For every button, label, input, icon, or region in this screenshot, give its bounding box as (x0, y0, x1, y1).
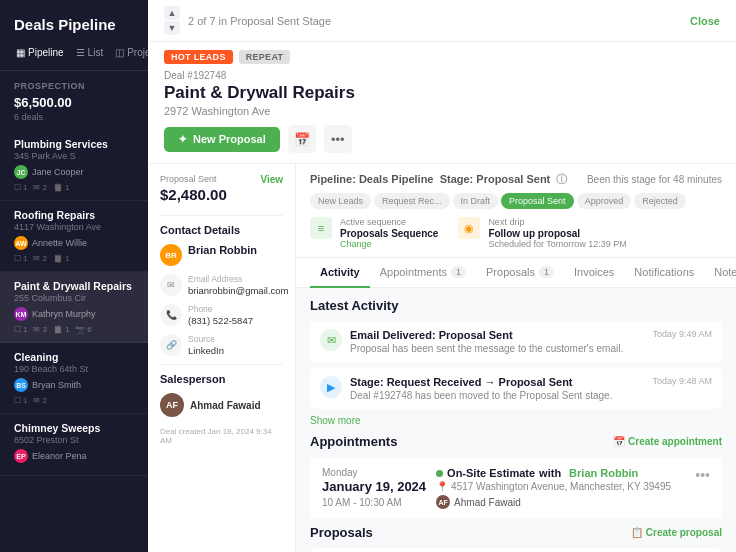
tab-activity[interactable]: Activity (310, 258, 370, 288)
email-value: brianrobbin@gmail.com (188, 285, 288, 296)
person-name: Jane Cooper (32, 167, 84, 177)
tab-pipeline[interactable]: ▦ Pipeline (10, 43, 70, 62)
tab-notifications[interactable]: Notifications (624, 258, 704, 288)
appt-addr-text: 4517 Washington Avenue, Manchester, KY 3… (451, 481, 671, 492)
deal-title: Paint & Drywall Repairs (14, 280, 134, 292)
arrow-down-btn[interactable]: ▼ (164, 21, 180, 35)
source-value: LinkedIn (188, 345, 224, 356)
deal-item-roofing[interactable]: Roofing Repairs 4117 Washington Ave AW A… (0, 201, 148, 272)
stage-duration: Been this stage for 48 minutes (587, 174, 722, 185)
contact-email-item: ✉ Email Address brianrobbin@gmail.com (160, 274, 283, 296)
sequence-change-btn[interactable]: Change (340, 239, 438, 249)
arrow-up-btn[interactable]: ▲ (164, 6, 180, 20)
contact-name: Brian Robbin (188, 244, 257, 256)
show-more-btn[interactable]: Show more (310, 415, 722, 426)
email-label: Email Address (188, 274, 288, 284)
location-icon: 📍 (436, 481, 448, 492)
deal-header: HOT LEADS REPEAT Deal #192748 Paint & Dr… (148, 42, 736, 164)
list-icon: ☰ (76, 47, 85, 58)
tab-notes[interactable]: Notes (704, 258, 736, 288)
pipeline-stage: Stage: Proposal Sent (440, 173, 551, 185)
deal-number: Deal #192748 (164, 70, 720, 81)
drip-label: Next drip (488, 217, 626, 227)
phone-icon: 📞 (160, 304, 182, 326)
drip-icon: ◉ (458, 217, 480, 239)
deal-address: 190 Beach 64th St (14, 364, 134, 374)
view-proposal-link[interactable]: View (260, 174, 283, 185)
deal-chip: ☐1 (14, 254, 27, 263)
contact-source-item: 🔗 Source LinkedIn (160, 334, 283, 356)
activity-time: Today 9:49 AM (652, 329, 712, 339)
activity-item-stage: ▶ Stage: Request Received → Proposal Sen… (310, 368, 722, 409)
person-name: Kathryn Murphy (32, 309, 96, 319)
stage-in-draft[interactable]: In Draft (453, 193, 499, 209)
close-button[interactable]: Close (690, 15, 720, 27)
nav-arrows: ▲ ▼ (164, 6, 180, 35)
stage-proposal-sent[interactable]: Proposal Sent (501, 193, 574, 209)
create-appointment-label: Create appointment (628, 436, 722, 447)
drip-block: ◉ Next drip Follow up proposal Scheduled… (458, 217, 626, 249)
stage-approved[interactable]: Approved (577, 193, 632, 209)
tab-proposals[interactable]: Proposals 1 (476, 258, 564, 288)
proposals-count: 1 (539, 266, 554, 278)
middle-section: Proposal Sent $2,480.00 View Contact Det… (148, 164, 736, 552)
calendar-icon-button[interactable]: 📅 (288, 125, 316, 153)
appt-date-big: January 19, 2024 (322, 479, 426, 494)
stage-rejected[interactable]: Rejected (634, 193, 686, 209)
green-dot (436, 470, 443, 477)
source-label: Source (188, 334, 224, 344)
appointment-menu-btn[interactable]: ••• (695, 467, 710, 483)
plus-icon: ✦ (178, 133, 187, 146)
stage-new-leads[interactable]: New Leads (310, 193, 371, 209)
sidebar-title: Deals Pipeline (0, 0, 148, 43)
prospection-label: PROSPECTION (0, 71, 148, 95)
activity-title: Email Delivered: Proposal Sent (350, 329, 644, 341)
pipeline-name: Pipeline: Deals Pipeline (310, 173, 434, 185)
created-label: Deal created Jan 18, 2024 9:34 AM (160, 427, 283, 445)
deal-address: 345 Park Ave S (14, 151, 134, 161)
drip-title: Follow up proposal (488, 228, 626, 239)
email-activity-icon: ✉ (320, 329, 342, 351)
proposal-card: 📄 #192783 Paint & Drywall Repairs ••• Se… (310, 548, 722, 552)
create-appointment-btn[interactable]: 📅 Create appointment (613, 436, 722, 447)
phone-label: Phone (188, 304, 253, 314)
appt-assignee-avatar: AF (436, 495, 450, 509)
activity-time: Today 9:48 AM (652, 376, 712, 386)
prospection-value: $6,500.00 (0, 95, 148, 112)
create-proposal-btn[interactable]: 📋 Create proposal (631, 527, 722, 538)
salesperson-section: Salesperson AF Ahmad Fawaid (160, 373, 283, 417)
appt-type: On-Site Estimate with Brian Robbin (436, 467, 685, 479)
sequence-icon: ≡ (310, 217, 332, 239)
new-proposal-button[interactable]: ✦ New Proposal (164, 127, 280, 152)
avatar: EP (14, 449, 28, 463)
stage-request-rec[interactable]: Request Rec... (374, 193, 450, 209)
drip-scheduled: Scheduled for Tomorrow 12:39 PM (488, 239, 626, 249)
stage-activity-icon: ▶ (320, 376, 342, 398)
tab-appointments[interactable]: Appointments 1 (370, 258, 476, 288)
appointments-section-header: Appointments 📅 Create appointment (310, 434, 722, 449)
tab-invoices[interactable]: Invoices (564, 258, 624, 288)
tab-list[interactable]: ☰ List (70, 43, 110, 62)
contact-name-item: BR Brian Robbin (160, 244, 283, 266)
deal-chip: ✉2 (33, 396, 46, 405)
salesperson-avatar: AF (160, 393, 184, 417)
deal-chip: ✉2 (33, 183, 46, 192)
detail-panel: Proposal Sent $2,480.00 View Contact Det… (148, 164, 296, 552)
tab-list-label: List (88, 47, 104, 58)
deal-address: 8502 Preston St (14, 435, 134, 445)
avatar: BS (14, 378, 28, 392)
nav-label: 2 of 7 in Proposal Sent Stage (188, 15, 690, 27)
deal-actions: ✦ New Proposal 📅 ••• (164, 125, 720, 153)
activity-tabs: Activity Appointments 1 Proposals 1 Invo… (296, 258, 736, 288)
deal-title: Chimney Sweeps (14, 422, 134, 434)
pipeline-icon: ▦ (16, 47, 25, 58)
more-options-button[interactable]: ••• (324, 125, 352, 153)
deal-item-paint[interactable]: Paint & Drywall Repairs 255 Columbus Cir… (0, 272, 148, 343)
appointment-details: On-Site Estimate with Brian Robbin 📍 451… (436, 467, 685, 509)
deal-item-cleaning[interactable]: Cleaning 190 Beach 64th St BS Bryan Smit… (0, 343, 148, 414)
deal-address: 255 Columbus Cir (14, 293, 134, 303)
tab-project[interactable]: ◫ Project (109, 43, 148, 62)
deal-item-chimney[interactable]: Chimney Sweeps 8502 Preston St EP Eleano… (0, 414, 148, 476)
deal-item-plumbing[interactable]: Plumbing Services 345 Park Ave S JC Jane… (0, 130, 148, 201)
activity-content: Stage: Request Received → Proposal Sent … (350, 376, 644, 401)
